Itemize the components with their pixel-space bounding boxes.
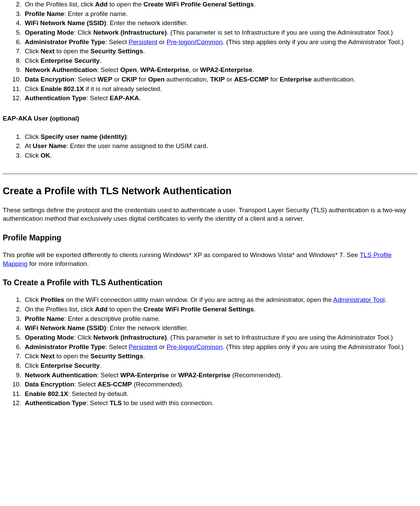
- list-item: On the Profiles list, click Add to open …: [23, 305, 417, 314]
- bold-text: Authentication Type: [25, 94, 86, 102]
- text: .: [100, 362, 102, 369]
- text: : Select: [105, 38, 129, 46]
- bold-text: WPA2-Enterprise: [200, 66, 252, 73]
- text: : Click: [74, 29, 93, 36]
- text: : Select: [74, 381, 98, 388]
- text: or: [157, 343, 166, 350]
- bold-text: WPA2-Enterprise: [178, 372, 231, 379]
- tls-heading: Create a Profile with TLS Network Authen…: [3, 184, 417, 198]
- list-item: On the Profiles list, click Add to open …: [23, 0, 417, 9]
- text: .: [254, 306, 256, 313]
- bold-text: Network (Infrastructure): [93, 29, 167, 36]
- list-item: Click Next to open the Security Settings…: [23, 47, 417, 56]
- text: to open the: [108, 306, 144, 313]
- text: to be used with this connection.: [122, 399, 214, 406]
- text: . (This parameter is set to Infrastructu…: [167, 29, 393, 36]
- bold-text: WiFi Network Name (SSID): [25, 324, 106, 331]
- text: , or: [189, 66, 200, 73]
- inline-link[interactable]: Persistent: [129, 38, 157, 46]
- tls-steps-list: Click Profiles on the WiFi connection ut…: [3, 295, 417, 408]
- list-item: Data Encryption: Select AES-CCMP (Recomm…: [23, 380, 417, 389]
- inline-link[interactable]: Administrator Tool: [333, 296, 385, 303]
- text: Click: [25, 57, 40, 64]
- list-item: Data Encryption: Select WEP or CKIP for …: [23, 75, 417, 84]
- text: : Enter the network identifier.: [106, 324, 188, 331]
- bold-text: CKIP: [122, 76, 137, 83]
- text: or: [112, 76, 122, 83]
- bold-text: Data Encryption: [25, 76, 74, 83]
- text: : Select: [74, 76, 98, 83]
- list-item: Enable 802.1X: Selected by default.: [23, 390, 417, 398]
- text: . (This step applies only if you are usi…: [223, 343, 404, 350]
- list-item: WiFi Network Name (SSID): Enter the netw…: [23, 19, 417, 28]
- inline-link[interactable]: Persistent: [129, 343, 157, 350]
- text: to open the: [55, 48, 91, 55]
- bold-text: WPA-Enterprise: [120, 372, 169, 379]
- text: .: [100, 57, 102, 64]
- bold-text: Create WiFi Profile General Settings: [144, 1, 254, 8]
- text: Click: [25, 296, 40, 303]
- text: : Select: [97, 66, 121, 73]
- inline-link[interactable]: Pre-logon/Common: [167, 343, 223, 350]
- inline-link[interactable]: Pre-logon/Common: [167, 38, 223, 46]
- text: : Enter a profile name.: [64, 10, 128, 17]
- bold-text: Add: [95, 306, 108, 313]
- list-item: Click Enable 802.1X if it is not already…: [23, 85, 417, 93]
- text: At: [25, 142, 33, 149]
- list-item: Operating Mode: Click Network (Infrastru…: [23, 28, 417, 37]
- text: .: [252, 66, 254, 73]
- text: authentication,: [165, 76, 210, 83]
- bold-text: WPA-Enterprise: [140, 66, 189, 73]
- bold-text: Administrator Profile Type: [25, 38, 105, 46]
- bold-text: OK: [40, 152, 50, 159]
- bold-text: Enterprise Security: [40, 362, 99, 369]
- text: .: [254, 1, 256, 8]
- bold-text: WiFi Network Name (SSID): [25, 19, 106, 26]
- list-item: Operating Mode: Click Network (Infrastru…: [23, 333, 417, 342]
- bold-text: Administrator Profile Type: [25, 343, 105, 350]
- list-item: Profile Name: Enter a descriptive profil…: [23, 314, 417, 323]
- text: (Recommended).: [231, 372, 282, 379]
- text: .: [385, 296, 386, 303]
- profile-mapping-heading: Profile Mapping: [3, 233, 417, 243]
- text: On the Profiles list, click: [25, 306, 95, 313]
- mapping-text-1: This profile will be exported differentl…: [3, 251, 360, 258]
- text: on the WiFi connection utility main wind…: [64, 296, 333, 303]
- bold-text: Security Settings: [90, 48, 143, 55]
- aka-user-heading: EAP-AKA User (optional): [3, 114, 417, 123]
- bold-text: Add: [95, 1, 108, 8]
- text: Click: [25, 85, 40, 92]
- bold-text: WEP: [97, 76, 112, 83]
- list-item: WiFi Network Name (SSID): Enter the netw…: [23, 324, 417, 332]
- bold-text: Create WiFi Profile General Settings: [144, 306, 254, 313]
- tls-create-heading: To Create a Profile with TLS Authenticat…: [3, 277, 417, 288]
- list-item: Click Profiles on the WiFi connection ut…: [23, 295, 417, 304]
- bold-text: Data Encryption: [25, 381, 74, 388]
- bold-text: Operating Mode: [25, 29, 74, 36]
- list-item: At User Name: Enter the user name assign…: [23, 142, 417, 150]
- text: authentication.: [312, 76, 355, 83]
- text: .: [139, 94, 141, 102]
- list-item: Profile Name: Enter a profile name.: [23, 10, 417, 18]
- text: . (This step applies only if you are usi…: [223, 38, 404, 46]
- list-item: Click Enterprise Security.: [23, 56, 417, 65]
- bold-text: Profile Name: [25, 315, 64, 322]
- text: : Select: [97, 372, 121, 379]
- list-item: Click Specify user name (identity):: [23, 132, 417, 141]
- bold-text: EAP-AKA: [110, 94, 139, 102]
- bold-text: Enable 802.1X: [40, 85, 84, 92]
- list-item: Click Next to open the Security Settings…: [23, 352, 417, 361]
- bold-text: AES-CCMP: [97, 381, 132, 388]
- bold-text: TLS: [110, 399, 122, 406]
- text: :: [127, 133, 128, 140]
- bold-text: Network Authentication: [25, 372, 97, 379]
- bold-text: Authentication Type: [25, 399, 86, 406]
- bold-text: Enterprise Security: [40, 57, 99, 64]
- text: : Select: [86, 94, 110, 102]
- text: or: [169, 372, 178, 379]
- bold-text: AES-CCMP: [234, 76, 269, 83]
- aka-steps-list: On the Profiles list, click Add to open …: [3, 0, 417, 103]
- bold-text: Next: [40, 48, 54, 55]
- bold-text: Network (Infrastructure): [93, 334, 167, 341]
- bold-text: Next: [40, 353, 54, 360]
